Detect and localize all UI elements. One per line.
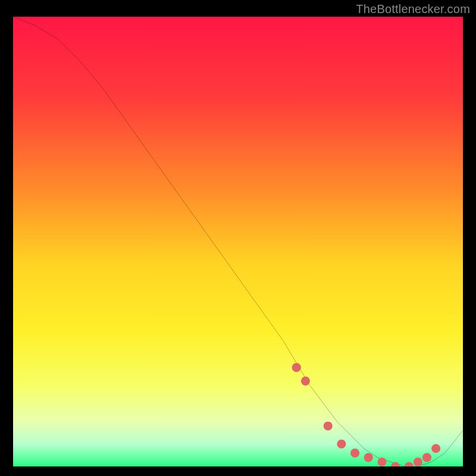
attribution-text: TheBottlenecker.com (356, 2, 470, 16)
marker-point (422, 453, 431, 462)
marker-point (414, 458, 422, 466)
chart-svg (13, 17, 463, 466)
plot-area (13, 17, 463, 466)
gradient-rect (13, 17, 463, 466)
marker-point (292, 363, 301, 372)
marker-point (350, 449, 359, 458)
marker-point (431, 444, 440, 453)
marker-point (337, 440, 346, 449)
marker-point (364, 453, 373, 462)
marker-point (324, 421, 333, 430)
marker-point (377, 458, 386, 466)
chart-frame: TheBottlenecker.com (0, 0, 476, 476)
marker-point (301, 377, 310, 386)
